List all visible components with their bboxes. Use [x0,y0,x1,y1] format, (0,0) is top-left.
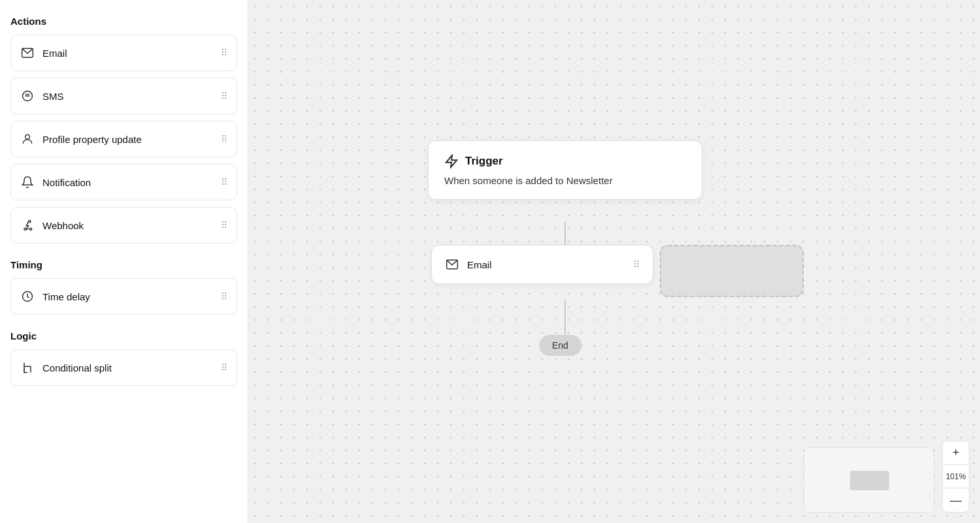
trigger-lightning-icon [444,154,459,168]
sms-label: SMS [42,91,64,102]
notification-label: Notification [42,177,91,188]
email-canvas-node[interactable]: Email ⠿ [431,245,653,284]
action-item-left: Notification [20,175,91,189]
email-node-left: Email [445,257,492,272]
sidebar-item-conditional-split[interactable]: Conditional split ⠿ [10,349,237,386]
drag-handle-email[interactable]: ⠿ [221,48,227,58]
action-item-left: Conditional split [20,360,112,375]
zoom-level: 101% [943,465,969,488]
trigger-header: Trigger [444,154,686,168]
timing-section-title: Timing [10,259,237,270]
actions-section-title: Actions [10,16,237,27]
trigger-title: Trigger [465,155,503,168]
sidebar-item-sms[interactable]: SMS ⠿ [10,78,237,114]
connector-email-end [564,300,566,336]
webhook-icon [20,218,35,232]
zoom-out-button[interactable]: — [943,488,969,512]
drag-handle-conditional-split[interactable]: ⠿ [221,362,227,373]
notification-icon [20,175,35,189]
sidebar-item-email[interactable]: Email ⠿ [10,35,237,71]
drag-handle-profile[interactable]: ⠿ [221,134,227,144]
profile-icon [20,132,35,146]
action-item-left: Email [20,46,67,60]
drag-handle-webhook[interactable]: ⠿ [221,220,227,230]
profile-property-update-label: Profile property update [42,134,142,145]
workflow-canvas[interactable]: Trigger When someone is added to Newslet… [248,0,980,523]
email-canvas-icon [445,257,459,272]
conditional-split-label: Conditional split [42,362,112,373]
sidebar: Actions Email ⠿ SMS ⠿ [0,0,248,523]
mini-map [804,447,934,513]
email-canvas-label: Email [467,259,492,270]
trigger-subtitle: When someone is added to Newsletter [444,175,686,186]
end-node: End [539,335,581,356]
email-label: Email [42,48,67,59]
svg-marker-10 [446,155,457,167]
end-label: End [552,340,568,351]
zoom-in-button[interactable]: + [943,441,969,465]
webhook-label: Webhook [42,220,84,231]
svg-point-7 [29,228,31,230]
action-item-left: Time delay [20,289,90,304]
sidebar-item-profile-property-update[interactable]: Profile property update ⠿ [10,121,237,157]
sidebar-item-notification[interactable]: Notification ⠿ [10,164,237,200]
zoom-controls[interactable]: + 101% — [942,441,970,513]
ghost-node [660,245,804,297]
drag-handle-time-delay[interactable]: ⠿ [221,291,227,302]
action-item-left: Webhook [20,218,84,232]
sms-icon [20,89,35,103]
logic-section-title: Logic [10,330,237,341]
sidebar-item-webhook[interactable]: Webhook ⠿ [10,207,237,244]
mini-map-thumb [850,471,889,490]
drag-handle-sms[interactable]: ⠿ [221,91,227,101]
sidebar-item-time-delay[interactable]: Time delay ⠿ [10,278,237,315]
split-icon [20,360,35,375]
svg-point-6 [29,221,31,223]
trigger-node[interactable]: Trigger When someone is added to Newslet… [428,140,702,200]
email-icon [20,46,35,60]
drag-handle-notification[interactable]: ⠿ [221,177,227,187]
connector-trigger-email [564,222,566,245]
svg-point-5 [24,228,26,230]
email-canvas-drag-handle[interactable]: ⠿ [633,259,640,270]
svg-point-4 [25,135,30,139]
time-delay-label: Time delay [42,291,90,302]
mini-map-content [804,448,934,512]
action-item-left: Profile property update [20,132,142,146]
action-item-left: SMS [20,89,64,103]
clock-icon [20,289,35,304]
